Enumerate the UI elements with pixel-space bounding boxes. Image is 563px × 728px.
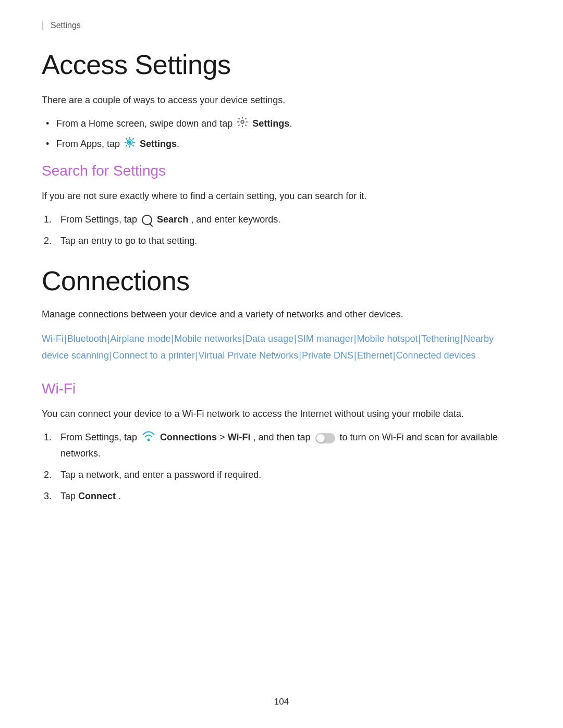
step-text-mid: , and then tap: [253, 432, 310, 442]
step-text-before: From Settings, tap: [60, 432, 140, 442]
link-connect-to-printer[interactable]: Connect to a printer: [113, 350, 195, 361]
toggle-icon: [315, 433, 335, 443]
step-bold-wifi: Wi-Fi: [228, 432, 251, 442]
link-mobile-hotspot[interactable]: Mobile hotspot: [357, 334, 418, 344]
step-bold: Search: [157, 214, 188, 225]
link-tethering[interactable]: Tethering: [421, 334, 460, 344]
wifi-title: Wi-Fi: [42, 380, 521, 397]
connections-title: Connections: [42, 265, 521, 297]
link-vpn[interactable]: Virtual Private Networks: [199, 350, 299, 361]
gear-blue-icon: [124, 137, 136, 153]
bullet-bold-text: Settings: [140, 139, 177, 149]
svg-point-3: [128, 141, 131, 144]
bullet-bold-text: Settings: [252, 118, 289, 129]
search-settings-title: Search for Settings: [42, 163, 521, 179]
wifi-steps: From Settings, tap Connections > Wi-Fi ,…: [42, 430, 521, 503]
breadcrumb: Settings: [42, 21, 521, 30]
step-bold-connect: Connect: [78, 491, 116, 501]
access-settings-title: Access Settings: [42, 49, 521, 80]
link-bluetooth[interactable]: Bluetooth: [67, 334, 107, 344]
link-private-dns[interactable]: Private DNS: [302, 350, 353, 361]
bullet-text-before: From a Home screen, swipe down and tap: [56, 118, 235, 129]
list-item: From a Home screen, swipe down and tap S…: [42, 116, 521, 132]
step-text: Tap an entry to go to that setting.: [60, 236, 197, 246]
link-sim-manager[interactable]: SIM manager: [297, 334, 353, 344]
list-item: From Settings, tap Connections > Wi-Fi ,…: [42, 430, 521, 461]
step-text-after: , and enter keywords.: [191, 214, 280, 225]
step-text: Tap a network, and enter a password if r…: [60, 470, 261, 480]
list-item: Tap Connect .: [42, 489, 521, 504]
step-text-connections: >: [219, 432, 228, 442]
link-airplane-mode[interactable]: Airplane mode: [110, 334, 170, 344]
wifi-intro: You can connect your device to a Wi-Fi n…: [42, 406, 521, 422]
step-bold-connections: Connections: [160, 432, 217, 442]
link-ethernet[interactable]: Ethernet: [357, 350, 393, 361]
svg-point-0: [241, 120, 244, 124]
list-item: Tap a network, and enter a password if r…: [42, 467, 521, 483]
search-settings-steps: From Settings, tap Search , and enter ke…: [42, 212, 521, 249]
search-settings-intro: If you are not sure exactly where to fin…: [42, 189, 521, 204]
list-item: Tap an entry to go to that setting.: [42, 233, 521, 249]
list-item: From Settings, tap Search , and enter ke…: [42, 212, 521, 227]
list-item: From Apps, tap Settings.: [42, 137, 521, 153]
connections-links: Wi-Fi|Bluetooth|Airplane mode|Mobile net…: [42, 330, 521, 364]
step-text-before: Tap: [60, 491, 78, 501]
svg-point-4: [148, 439, 150, 441]
link-connected-devices[interactable]: Connected devices: [396, 350, 475, 361]
connections-intro: Manage connections between your device a…: [42, 307, 521, 322]
link-wifi[interactable]: Wi-Fi: [42, 334, 64, 344]
access-settings-list: From a Home screen, swipe down and tap S…: [42, 116, 521, 153]
access-settings-intro: There are a couple of ways to access you…: [42, 93, 521, 108]
page-number: 104: [274, 697, 289, 707]
gear-gray-icon: [237, 116, 248, 132]
bullet-text-before: From Apps, tap: [56, 139, 123, 149]
wifi-icon: [142, 430, 155, 446]
link-mobile-networks[interactable]: Mobile networks: [174, 334, 242, 344]
step-text-before: From Settings, tap: [60, 214, 137, 225]
search-icon: [142, 215, 152, 225]
link-data-usage[interactable]: Data usage: [246, 334, 293, 344]
step-text-after: .: [118, 491, 121, 501]
